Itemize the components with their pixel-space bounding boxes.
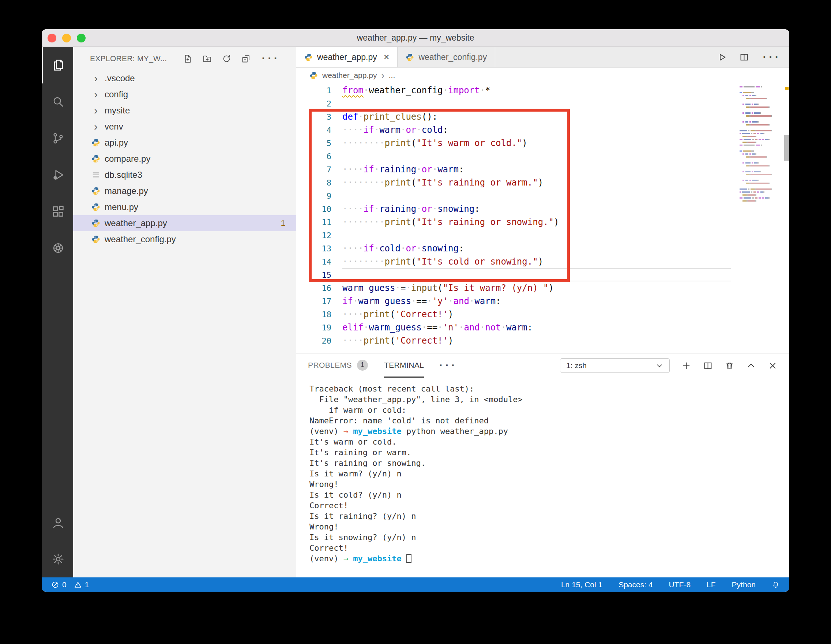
tree-file-menu.py[interactable]: menu.py xyxy=(73,199,296,215)
terminal-line: It's warm or cold. xyxy=(309,437,789,447)
account-icon xyxy=(51,516,65,529)
chevron-right-icon: › xyxy=(381,71,384,80)
wheel-icon xyxy=(51,241,65,255)
run-button[interactable] xyxy=(717,52,727,62)
warning-count: 1 xyxy=(85,580,89,589)
code-line-1[interactable]: 1from·weather_config·import·* xyxy=(296,84,789,97)
python-icon xyxy=(91,235,100,244)
terminal-line: Is it cold? (y/n) n xyxy=(309,489,789,500)
split-terminal-icon[interactable] xyxy=(703,361,713,371)
chevron-right-icon: › xyxy=(91,103,100,118)
tree-file-weather_app.py[interactable]: weather_app.py1 xyxy=(73,215,296,231)
explorer-sidebar: EXPLORER: MY_W... ··· ›.vscode›config›my… xyxy=(73,47,296,577)
python-icon xyxy=(91,138,100,147)
activity-run-debug[interactable] xyxy=(42,156,73,193)
terminal-line: It's raining or warm. xyxy=(309,447,789,458)
file-label: menu.py xyxy=(105,202,138,212)
new-file-button[interactable] xyxy=(183,54,193,64)
status-language-mode[interactable]: Python xyxy=(732,580,756,589)
tree-file-api.py[interactable]: api.py xyxy=(73,135,296,151)
tree-file-compare.py[interactable]: compare.py xyxy=(73,151,296,167)
error-count: 0 xyxy=(62,580,67,589)
code-line-16[interactable]: 16warm_guess·=·input("Is it warm? (y/n) … xyxy=(296,281,789,295)
panel-more-actions-icon[interactable]: ··· xyxy=(438,361,456,370)
activity-explorer[interactable] xyxy=(42,47,73,83)
terminal-output[interactable]: Traceback (most recent call last): File … xyxy=(296,378,789,577)
chevron-right-icon: › xyxy=(91,71,100,86)
chevron-right-icon: › xyxy=(91,119,100,134)
code-line-17[interactable]: 17if·warm_guess·==·'y'·and·warm: xyxy=(296,295,789,308)
tree-folder-mysite[interactable]: ›mysite xyxy=(73,102,296,118)
minimap[interactable] xyxy=(740,86,783,203)
code-text: from·weather_config·import·* xyxy=(331,85,490,96)
activity-source-control[interactable] xyxy=(42,120,73,156)
explorer-title: EXPLORER: MY_W... xyxy=(90,54,167,63)
activity-settings[interactable] xyxy=(42,541,73,577)
run-debug-icon xyxy=(51,168,65,182)
file-label: mysite xyxy=(105,105,130,116)
breadcrumb[interactable]: weather_app.py › ... xyxy=(296,68,789,83)
extensions-icon xyxy=(51,204,65,218)
status-problems[interactable]: 0 1 xyxy=(51,580,89,589)
activity-kubernetes[interactable] xyxy=(42,230,73,266)
tab-weather-config[interactable]: weather_config.py xyxy=(398,47,495,67)
breadcrumb-file[interactable]: weather_app.py xyxy=(322,71,377,80)
gear-icon xyxy=(51,552,65,566)
maximize-panel-chevron-up-icon[interactable] xyxy=(746,361,756,371)
editor-region: weather_app.py × weather_config.py ··· w… xyxy=(296,47,789,577)
line-number: 18 xyxy=(296,310,331,319)
code-line-2[interactable]: 2 xyxy=(296,97,789,110)
annotation-red-box xyxy=(309,109,570,282)
tree-folder-venv[interactable]: ›venv xyxy=(73,118,296,135)
status-eol[interactable]: LF xyxy=(707,580,716,589)
collapse-folders-icon[interactable] xyxy=(241,54,251,64)
terminal-shell-dropdown[interactable]: 1: zsh xyxy=(560,358,670,373)
new-folder-button[interactable] xyxy=(202,54,212,64)
close-window-button[interactable] xyxy=(48,33,56,43)
more-actions-icon[interactable]: ··· xyxy=(260,54,279,63)
zoom-window-button[interactable] xyxy=(77,33,86,43)
breadcrumb-more[interactable]: ... xyxy=(389,71,395,80)
activity-search[interactable] xyxy=(42,83,73,120)
database-icon xyxy=(91,171,100,179)
more-actions-icon[interactable]: ··· xyxy=(761,52,780,62)
file-label: manage.py xyxy=(105,186,148,196)
activity-accounts[interactable] xyxy=(42,504,73,541)
line-number: 1 xyxy=(296,86,331,95)
terminal-line: It's raining or snowing. xyxy=(309,458,789,469)
tab-problems[interactable]: PROBLEMS 1 xyxy=(308,354,368,378)
status-encoding[interactable]: UTF-8 xyxy=(669,580,691,589)
notifications-bell-icon[interactable] xyxy=(772,581,780,589)
code-line-19[interactable]: 19elif·warm_guess·==·'n'·and·not·warm: xyxy=(296,321,789,334)
file-label: db.sqlite3 xyxy=(105,170,142,180)
close-panel-icon[interactable] xyxy=(768,361,778,371)
code-line-20[interactable]: 20····print('Correct!') xyxy=(296,334,789,347)
source-control-icon xyxy=(51,131,65,145)
kill-terminal-trash-icon[interactable] xyxy=(724,361,734,371)
status-cursor-position[interactable]: Ln 15, Col 1 xyxy=(561,580,602,589)
python-icon xyxy=(91,219,100,228)
tree-file-weather_config.py[interactable]: weather_config.py xyxy=(73,231,296,247)
close-tab-icon[interactable]: × xyxy=(384,52,390,62)
refresh-icon[interactable] xyxy=(222,54,231,64)
terminal-line: (venv) → my_website python weather_app.p… xyxy=(309,426,789,437)
tree-folder-.vscode[interactable]: ›.vscode xyxy=(73,70,296,86)
tab-terminal[interactable]: TERMINAL xyxy=(384,354,424,378)
code-line-18[interactable]: 18····print('Correct!') xyxy=(296,308,789,321)
tree-folder-config[interactable]: ›config xyxy=(73,86,296,102)
tab-weather-app[interactable]: weather_app.py × xyxy=(296,47,398,67)
editor-scrollbar[interactable] xyxy=(784,135,789,161)
tree-file-manage.py[interactable]: manage.py xyxy=(73,183,296,199)
activity-extensions[interactable] xyxy=(42,193,73,230)
tree-file-db.sqlite3[interactable]: db.sqlite3 xyxy=(73,167,296,183)
split-editor-icon[interactable] xyxy=(739,52,749,62)
code-editor[interactable]: 1from·weather_config·import·*23def·print… xyxy=(296,83,789,353)
file-label: compare.py xyxy=(105,154,150,164)
terminal-line: Wrong! xyxy=(309,521,789,532)
line-number: 19 xyxy=(296,323,331,332)
new-terminal-button[interactable] xyxy=(681,361,691,371)
tab-label: weather_config.py xyxy=(419,52,487,62)
code-text: warm_guess·=·input("Is it warm? (y/n) ") xyxy=(331,283,554,293)
status-indentation[interactable]: Spaces: 4 xyxy=(619,580,653,589)
minimize-window-button[interactable] xyxy=(62,33,71,43)
